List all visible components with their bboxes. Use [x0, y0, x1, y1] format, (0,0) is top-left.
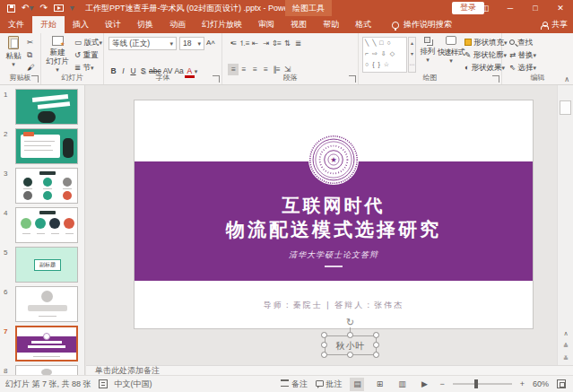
resize-handle-s[interactable] — [347, 352, 353, 358]
find-button[interactable]: 查找 — [509, 38, 533, 48]
resize-handle-ne[interactable] — [373, 332, 379, 338]
replace-button[interactable]: ⇄ 替换▾ — [509, 50, 536, 61]
fit-to-window-icon[interactable] — [557, 379, 566, 388]
previous-slide-icon[interactable]: ≙ — [558, 340, 573, 353]
slide-title-line1[interactable]: 互联网时代 — [135, 194, 533, 218]
format-painter-button[interactable]: 🖌 — [27, 63, 35, 72]
slide[interactable]: ★ 互联网时代 物流配送模式选择研究 清华大学硕士论文答辩 导师：秦院士 | 答… — [135, 100, 533, 328]
comments-toggle-button[interactable]: 批注 — [316, 379, 343, 390]
layout-button[interactable]: ▭ 版式▾ — [74, 38, 102, 48]
notes-pane[interactable]: 单击此处添加备注 — [86, 365, 573, 375]
shape-fill-button[interactable]: 形状填充▾ — [464, 38, 508, 48]
ribbon-options-icon[interactable]: ◫ — [473, 0, 498, 16]
zoom-slider-thumb[interactable] — [474, 379, 478, 388]
more-shapes-icon[interactable]: ⋯ — [409, 59, 415, 70]
tab-design[interactable]: 设计 — [97, 16, 129, 33]
chevron-down-icon[interactable]: ▾ — [2, 60, 25, 69]
increase-indent-button[interactable]: ⇥ — [260, 38, 271, 49]
bullets-button[interactable]: •≡ — [228, 38, 239, 49]
shape-outline-button[interactable]: ✎ 形状轮廓▾ — [464, 50, 507, 61]
tab-transitions[interactable]: 切换 — [129, 16, 161, 33]
notes-placeholder[interactable]: 单击此处添加备注 — [95, 366, 160, 375]
share-button[interactable]: 共享 — [541, 16, 568, 33]
chevron-down-icon[interactable]: ▾ — [169, 38, 173, 49]
scrollbar-thumb[interactable] — [560, 100, 571, 115]
new-slide-button[interactable]: 新建 幻灯片 ▾ — [43, 36, 72, 74]
slide-thumbnail-7-selected[interactable] — [15, 326, 78, 362]
shapes-scroll[interactable]: ▴ ▾ ⋯ — [408, 37, 416, 73]
numbering-button[interactable]: ⒈≡ — [239, 38, 249, 49]
save-icon[interactable] — [7, 4, 15, 13]
scroll-up-icon[interactable]: ∧ — [558, 327, 573, 340]
grow-font-button[interactable]: A˄ — [206, 39, 215, 47]
maximize-icon[interactable]: □ — [523, 0, 548, 16]
start-slideshow-icon[interactable] — [54, 4, 64, 12]
line-spacing-button[interactable]: ⇕≡ — [271, 38, 282, 49]
zoom-level[interactable]: 60% — [533, 379, 549, 388]
paste-button[interactable]: 粘贴 ▾ — [2, 36, 25, 69]
font-size-combo[interactable]: 18 ▾ — [179, 37, 204, 50]
language-label[interactable]: 中文(中国) — [115, 379, 152, 390]
shapes-row[interactable]: ⌐ ⇨ ⇩ ◇ — [365, 48, 406, 59]
slide-thumbnail-5[interactable]: 副标题 — [15, 247, 78, 283]
slide-credits[interactable]: 导师：秦院士 | 答辩人：张伟杰 — [135, 300, 533, 311]
next-slide-icon[interactable]: ≚ — [558, 353, 573, 365]
resize-handle-sw[interactable] — [321, 352, 327, 358]
zoom-in-button[interactable]: + — [520, 379, 525, 388]
quick-styles-button[interactable]: 快速样式 ▾ — [438, 36, 464, 65]
resize-handle-se[interactable] — [373, 352, 379, 358]
tab-file[interactable]: 文件 — [0, 16, 32, 33]
minimize-icon[interactable]: ─ — [498, 0, 523, 16]
zoom-out-button[interactable]: − — [439, 379, 444, 388]
text-direction-button[interactable]: ⇅ — [282, 38, 292, 49]
tell-me-search[interactable]: 操作说明搜索 — [392, 16, 452, 33]
clipboard-dialog-launcher[interactable] — [31, 75, 39, 83]
vertical-scrollbar[interactable]: ∧ ≙ ≚ — [557, 85, 573, 365]
tab-format[interactable]: 格式 — [347, 16, 379, 33]
font-dialog-launcher[interactable] — [213, 75, 220, 83]
reset-button[interactable]: ↺ 重置 — [74, 50, 99, 61]
resize-handle-w[interactable] — [321, 342, 327, 348]
shapes-row[interactable]: ○ { } ☆ — [365, 59, 406, 70]
scroll-up-icon[interactable]: ▴ — [409, 38, 415, 48]
collapse-ribbon-icon[interactable]: ∧ — [564, 75, 569, 83]
slide-thumbnail-1[interactable] — [15, 89, 78, 125]
tab-slideshow[interactable]: 幻灯片放映 — [194, 16, 250, 33]
copy-button[interactable]: ⧉ — [27, 50, 32, 60]
arrange-button[interactable]: 排列 ▾ — [418, 36, 438, 65]
reading-view-button[interactable]: ▥ — [395, 378, 409, 391]
undo-button[interactable]: ↶▾ — [22, 0, 33, 16]
align-text-button[interactable]: ≣ — [292, 38, 303, 49]
chevron-down-icon[interactable]: ▾ — [29, 3, 33, 13]
paragraph-dialog-launcher[interactable] — [349, 75, 356, 83]
resize-handle-n[interactable] — [347, 332, 353, 338]
shapes-gallery[interactable]: ╲ ╲ □ ○ ⌐ ⇨ ⇩ ◇ ○ { } ☆ — [362, 37, 407, 73]
decrease-indent-button[interactable]: ⇤ — [249, 38, 260, 49]
slide-thumbnail-4[interactable] — [15, 207, 78, 243]
slide-thumbnail-6[interactable] — [15, 286, 78, 322]
close-icon[interactable]: ✕ — [548, 0, 573, 16]
drawing-dialog-launcher[interactable] — [492, 75, 499, 83]
notes-toggle-button[interactable]: 备注 — [281, 379, 308, 390]
resize-handle-e[interactable] — [373, 342, 379, 348]
slide-thumbnail-2[interactable] — [15, 128, 78, 164]
tab-insert[interactable]: 插入 — [65, 16, 97, 33]
normal-view-button[interactable]: ▤ — [350, 378, 364, 391]
slide-subtitle[interactable]: 清华大学硕士论文答辩 — [135, 249, 533, 261]
customize-qat-icon[interactable]: ▾ — [70, 0, 74, 16]
tab-help[interactable]: 帮助 — [315, 16, 347, 33]
slideshow-view-button[interactable]: ▶ — [417, 378, 431, 391]
university-emblem[interactable]: ★ — [308, 134, 360, 186]
chevron-down-icon[interactable]: ▾ — [197, 38, 201, 49]
shapes-row[interactable]: ╲ ╲ □ ○ — [365, 38, 406, 48]
font-name-combo[interactable]: 等线 (正文) ▾ — [109, 37, 177, 50]
slide-thumbnail-8[interactable] — [15, 365, 78, 375]
tab-home[interactable]: 开始 — [32, 16, 65, 33]
scroll-down-icon[interactable]: ▾ — [409, 48, 415, 59]
tab-review[interactable]: 审阅 — [250, 16, 282, 33]
tab-view[interactable]: 视图 — [282, 16, 315, 33]
cut-button[interactable]: ✂ — [27, 38, 33, 47]
tab-animations[interactable]: 动画 — [161, 16, 194, 33]
redo-button[interactable]: ↷ — [39, 0, 47, 16]
resize-handle-nw[interactable] — [321, 332, 327, 338]
